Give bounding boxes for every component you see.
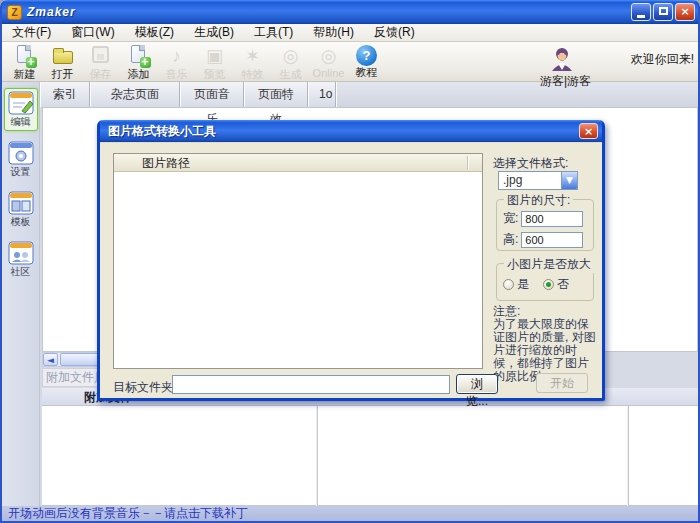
online-icon: ◎	[316, 44, 342, 68]
format-label: 选择文件格式:	[493, 155, 568, 172]
sidebar-item-edit[interactable]: 编辑	[4, 88, 38, 131]
grid-divider	[627, 406, 629, 506]
start-button[interactable]: 开始	[536, 373, 588, 393]
sidebar-item-template[interactable]: 模板	[4, 188, 38, 231]
dialog-close-icon[interactable]: ×	[579, 123, 598, 139]
user-panel: 欢迎你回来! 游客|游客	[504, 44, 694, 90]
new-button[interactable]: 新建	[6, 44, 43, 82]
status-bar[interactable]: 开场动画后没有背景音乐－－请点击下载补丁	[2, 506, 698, 521]
scroll-left-arrow-icon[interactable]: ◄	[43, 353, 58, 366]
attachment-grid	[42, 406, 698, 506]
preview-button[interactable]: ▣ 预览	[196, 44, 233, 82]
help-question-icon: ?	[356, 45, 377, 66]
menu-window[interactable]: 窗口(W)	[71, 24, 114, 41]
radio-circle-icon	[543, 279, 554, 290]
menu-feedback[interactable]: 反馈(R)	[374, 24, 415, 41]
radio-circle-icon	[503, 279, 514, 290]
image-format-converter-dialog: 图片格式转换小工具 × 图片路径 选择文件格式: .jpg ▼ 图片的尺寸: 宽…	[97, 120, 605, 401]
tab-page-effects[interactable]: 页面特效	[244, 82, 308, 107]
chevron-down-icon[interactable]: ▼	[561, 172, 577, 189]
window-title: Zmaker	[27, 5, 76, 19]
enlarge-group: 小图片是否放大 是 否	[496, 263, 594, 301]
menu-tools[interactable]: 工具(T)	[254, 24, 293, 41]
music-button[interactable]: ♪ 音乐	[158, 44, 195, 82]
menu-help[interactable]: 帮助(H)	[313, 24, 354, 41]
size-group-title: 图片的尺寸:	[504, 192, 573, 209]
tab-magazine-pages[interactable]: 杂志页面	[90, 82, 180, 107]
target-folder-input[interactable]	[172, 375, 450, 394]
toolbar: 新建 打开 保存 添加 ♪ 音乐 ▣ 预览 ✶ 特效 ◎ 生成	[2, 42, 698, 82]
dialog-title: 图片格式转换小工具	[108, 123, 216, 140]
generate-button[interactable]: ◎ 生成	[272, 44, 309, 82]
dialog-title-bar: 图片格式转换小工具 ×	[100, 120, 602, 142]
welcome-text: 欢迎你回来!	[631, 51, 694, 68]
format-selected-value: .jpg	[499, 172, 561, 189]
width-field[interactable]	[521, 211, 583, 227]
image-path-list[interactable]: 图片路径	[113, 153, 483, 369]
avatar	[549, 46, 575, 72]
music-note-icon: ♪	[164, 44, 190, 68]
tutorial-button[interactable]: ? 教程	[348, 44, 385, 80]
radio-no[interactable]: 否	[543, 276, 569, 293]
menu-template[interactable]: 模板(Z)	[135, 24, 174, 41]
edit-window-icon	[8, 91, 34, 115]
open-folder-icon	[50, 44, 76, 68]
browse-button[interactable]: 浏览...	[456, 374, 498, 394]
community-window-icon	[8, 241, 34, 265]
radio-yes[interactable]: 是	[503, 276, 529, 293]
save-button[interactable]: 保存	[82, 44, 119, 82]
effects-star-icon: ✶	[240, 44, 266, 68]
menu-file[interactable]: 文件(F)	[12, 24, 51, 41]
template-window-icon	[8, 191, 34, 215]
tab-index[interactable]: 索引	[40, 82, 90, 107]
target-folder-label: 目标文件夹:	[113, 379, 176, 396]
save-floppy-icon	[88, 44, 114, 68]
generate-icon: ◎	[278, 44, 304, 68]
sidebar: 编辑 设置 模板	[2, 82, 40, 506]
settings-window-icon	[8, 141, 34, 165]
tab-1o[interactable]: 1o	[308, 82, 336, 107]
minimize-button[interactable]	[631, 3, 651, 21]
sidebar-item-settings[interactable]: 设置	[4, 138, 38, 181]
title-bar: Z Zmaker ×	[0, 0, 700, 24]
open-button[interactable]: 打开	[44, 44, 81, 82]
menu-bar: 文件(F) 窗口(W) 模板(Z) 生成(B) 工具(T) 帮助(H) 反馈(R…	[2, 24, 698, 42]
new-doc-icon	[12, 44, 38, 68]
tab-page-music[interactable]: 页面音乐	[180, 82, 244, 107]
zmaker-window: Z Zmaker × 文件(F) 窗口(W) 模板(Z) 生成(B) 工具(T)…	[0, 0, 700, 523]
add-page-icon	[126, 44, 152, 68]
size-group: 图片的尺寸: 宽: 高:	[496, 199, 594, 251]
add-button[interactable]: 添加	[120, 44, 157, 82]
app-icon: Z	[7, 5, 22, 20]
image-path-column-header[interactable]: 图片路径	[114, 154, 482, 172]
height-field[interactable]	[521, 232, 583, 248]
grid-divider	[316, 406, 318, 506]
height-label: 高:	[503, 231, 518, 248]
width-label: 宽:	[503, 210, 518, 227]
menu-generate[interactable]: 生成(B)	[194, 24, 234, 41]
note-block: 注意: 为了最大限度的保证图片的质量, 对图片进行缩放的时候，都维持了图片的原比…	[493, 305, 599, 383]
dialog-body: 图片路径 选择文件格式: .jpg ▼ 图片的尺寸: 宽: 高: 小图片是否放	[100, 142, 602, 398]
sidebar-item-community[interactable]: 社区	[4, 238, 38, 281]
close-button[interactable]: ×	[675, 3, 695, 21]
effects-button[interactable]: ✶ 特效	[234, 44, 271, 82]
enlarge-group-title: 小图片是否放大	[504, 256, 594, 273]
username-text[interactable]: 游客|游客	[540, 73, 694, 90]
format-select[interactable]: .jpg ▼	[498, 171, 578, 190]
maximize-button[interactable]	[653, 3, 673, 21]
online-button[interactable]: ◎ Online	[310, 44, 347, 79]
preview-icon: ▣	[202, 44, 228, 68]
